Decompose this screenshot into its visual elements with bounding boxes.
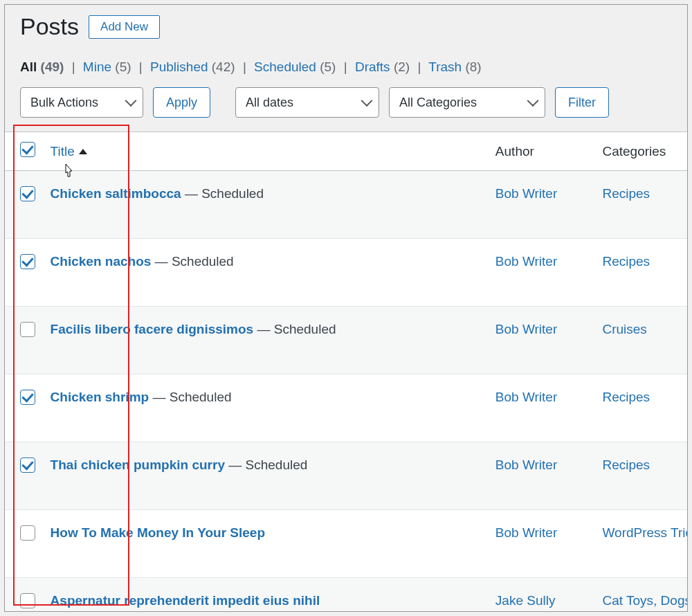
filter-trash-label: Trash — [428, 60, 462, 74]
table-row: Facilis libero facere dignissimos — Sche… — [5, 307, 688, 374]
filter-button[interactable]: Filter — [555, 87, 609, 118]
status-filter-links: All (49) | Mine (5) | Published (42) | S… — [20, 60, 687, 75]
category-link[interactable]: Recipes — [602, 390, 650, 404]
row-checkbox[interactable] — [20, 390, 35, 405]
category-link[interactable]: Cat Toys, Dogs — [602, 593, 688, 608]
post-title-link[interactable]: How To Make Money In Your Sleep — [51, 525, 265, 540]
filter-all-count: (49) — [41, 60, 64, 74]
post-status: — Scheduled — [151, 254, 233, 269]
apply-button[interactable]: Apply — [153, 87, 210, 118]
post-title-link[interactable]: Thai chicken pumpkin curry — [51, 458, 225, 472]
author-link[interactable]: Bob Writer — [495, 186, 557, 201]
filter-published[interactable]: Published (42) — [150, 60, 235, 74]
column-author[interactable]: Author — [490, 132, 597, 171]
dates-select[interactable]: All dates — [235, 87, 379, 118]
add-new-button[interactable]: Add New — [89, 15, 160, 39]
sort-asc-icon — [79, 149, 87, 154]
table-row: Chicken shrimp — ScheduledBob WriterReci… — [5, 374, 688, 442]
table-row: Aspernatur reprehenderit impedit eius ni… — [5, 578, 688, 613]
column-title-label: Title — [51, 144, 75, 158]
post-status: — Scheduled — [181, 186, 264, 201]
row-checkbox[interactable] — [20, 458, 35, 473]
filter-all-label: All — [20, 60, 37, 74]
posts-table: Title Author Categories Chicken saltimbo… — [5, 132, 688, 612]
author-link[interactable]: Jake Sully — [495, 593, 556, 608]
post-status: — Scheduled — [225, 458, 307, 472]
page-title: Posts — [20, 13, 79, 40]
filter-mine-count: (5) — [115, 60, 131, 74]
author-link[interactable]: Bob Writer — [495, 322, 557, 336]
filter-all[interactable]: All (49) — [20, 60, 64, 74]
filter-scheduled[interactable]: Scheduled (5) — [254, 60, 336, 74]
post-status: — Scheduled — [253, 322, 336, 336]
table-row: How To Make Money In Your SleepBob Write… — [5, 510, 688, 578]
post-status: — Scheduled — [149, 390, 231, 404]
category-link[interactable]: Recipes — [602, 254, 650, 269]
filter-drafts-label: Drafts — [355, 60, 390, 74]
table-row: Chicken saltimbocca — ScheduledBob Write… — [5, 171, 688, 239]
post-title-link[interactable]: Aspernatur reprehenderit impedit eius ni… — [51, 593, 320, 608]
author-link[interactable]: Bob Writer — [495, 458, 557, 472]
filter-published-count: (42) — [212, 60, 235, 74]
row-checkbox[interactable] — [20, 254, 35, 269]
category-link[interactable]: Cruises — [602, 322, 646, 336]
filter-mine[interactable]: Mine (5) — [83, 60, 131, 74]
table-row: Thai chicken pumpkin curry — ScheduledBo… — [5, 442, 688, 510]
row-checkbox[interactable] — [20, 525, 35, 541]
author-link[interactable]: Bob Writer — [495, 254, 557, 269]
post-title-link[interactable]: Chicken saltimbocca — [51, 186, 181, 201]
select-all-checkbox[interactable] — [20, 142, 35, 157]
filter-trash-count: (8) — [465, 60, 481, 74]
post-title-link[interactable]: Facilis libero facere dignissimos — [51, 322, 254, 336]
post-title-link[interactable]: Chicken shrimp — [51, 390, 149, 404]
filter-drafts-count: (2) — [394, 60, 410, 74]
bulk-actions-select[interactable]: Bulk Actions — [20, 87, 143, 118]
column-categories[interactable]: Categories — [597, 132, 688, 171]
category-link[interactable]: Recipes — [602, 186, 650, 201]
row-checkbox[interactable] — [20, 593, 35, 608]
author-link[interactable]: Bob Writer — [495, 390, 557, 404]
filter-scheduled-label: Scheduled — [254, 60, 316, 74]
author-link[interactable]: Bob Writer — [495, 525, 557, 540]
filter-mine-label: Mine — [83, 60, 111, 74]
table-row: Chicken nachos — ScheduledBob WriterReci… — [5, 239, 688, 307]
filter-trash[interactable]: Trash (8) — [428, 60, 481, 74]
row-checkbox[interactable] — [20, 322, 35, 337]
filter-scheduled-count: (5) — [320, 60, 336, 74]
column-title-sort[interactable]: Title — [51, 144, 75, 158]
category-link[interactable]: WordPress Tricks — [602, 525, 688, 540]
filter-drafts[interactable]: Drafts (2) — [355, 60, 410, 74]
categories-select[interactable]: All Categories — [389, 87, 545, 118]
category-link[interactable]: Recipes — [602, 458, 650, 472]
post-title-link[interactable]: Chicken nachos — [51, 254, 152, 269]
filter-published-label: Published — [150, 60, 208, 74]
row-checkbox[interactable] — [20, 186, 35, 201]
